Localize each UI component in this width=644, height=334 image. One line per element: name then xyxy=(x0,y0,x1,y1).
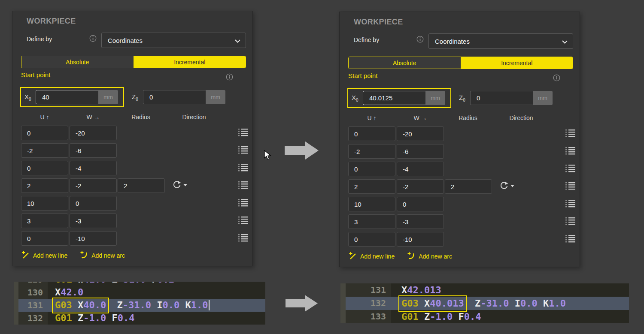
table-row xyxy=(21,126,247,140)
line-number: 131 xyxy=(346,283,391,297)
code-line[interactable]: 132G01 Z-1.0 F0.4 xyxy=(18,312,265,325)
editor-scrollbar[interactable] xyxy=(14,282,18,325)
row-menu-button[interactable] xyxy=(565,235,575,244)
code-line[interactable]: 130X42.0 xyxy=(18,286,265,299)
mode-incremental-button[interactable]: Incremental xyxy=(134,56,246,68)
coordinate-mode-toggle: Absolute Incremental xyxy=(348,57,573,69)
z0-input[interactable] xyxy=(143,90,206,104)
start-point-x-highlight-box: X0 mm xyxy=(347,88,451,108)
x0-label: X0 xyxy=(352,94,363,102)
w-input[interactable] xyxy=(70,143,117,158)
row-menu-button[interactable] xyxy=(238,181,248,190)
z0-label: Z0 xyxy=(459,94,470,102)
row-menu-button[interactable] xyxy=(565,199,575,209)
add-new-line-button[interactable]: Add new line xyxy=(348,251,395,261)
column-header-radius: Radius xyxy=(459,114,477,121)
line-number: 130 xyxy=(18,286,48,299)
u-input[interactable] xyxy=(348,179,395,194)
info-icon[interactable] xyxy=(553,74,560,81)
row-menu-button[interactable] xyxy=(565,164,575,174)
x0-unit-button[interactable]: mm xyxy=(98,90,118,104)
editor-scrollbar[interactable] xyxy=(340,283,346,323)
direction-button[interactable] xyxy=(498,181,516,192)
w-input[interactable] xyxy=(70,214,117,228)
w-input[interactable] xyxy=(70,231,117,246)
add-arc-icon xyxy=(79,250,88,260)
code-line[interactable]: 132G03 X40.013 Z-31.0 I0.0 K1.0 xyxy=(346,297,629,310)
row-menu-button[interactable] xyxy=(238,146,248,155)
direction-button[interactable] xyxy=(171,180,188,191)
w-input[interactable] xyxy=(397,162,444,176)
add-new-arc-button[interactable]: Add new arc xyxy=(407,251,452,261)
w-input[interactable] xyxy=(397,197,444,211)
code-text: G01 Z-1.0 F0.4 xyxy=(48,312,265,325)
u-input[interactable] xyxy=(21,231,68,246)
row-menu-button[interactable] xyxy=(238,128,248,138)
workpiece-panel-after: WORKPIECE Define by Coordinates Absolute… xyxy=(339,12,580,267)
info-icon[interactable] xyxy=(416,36,424,43)
code-line[interactable]: 131G03 X40.0 Z-31.0 I0.0 K1.0 xyxy=(18,299,265,312)
u-input[interactable] xyxy=(348,232,395,247)
u-input[interactable] xyxy=(21,161,68,175)
info-icon[interactable] xyxy=(226,73,233,81)
w-input[interactable] xyxy=(70,178,117,193)
add-new-line-button[interactable]: Add new line xyxy=(21,250,67,260)
add-line-icon xyxy=(21,250,30,260)
info-icon[interactable] xyxy=(89,35,97,42)
u-input[interactable] xyxy=(21,143,68,158)
row-menu-button[interactable] xyxy=(238,163,248,173)
gcode-editor-before[interactable]: 129G01 W41.0 Z-31.0 F0.2130X42.0131G03 X… xyxy=(14,282,265,325)
gcode-editor-after[interactable]: 131X42.013132G03 X40.013 Z-31.0 I0.0 K1.… xyxy=(340,283,629,323)
w-input[interactable] xyxy=(397,214,444,229)
table-row xyxy=(21,161,247,175)
w-input[interactable] xyxy=(397,144,444,159)
table-row xyxy=(348,232,574,247)
define-by-selected-value: Coordinates xyxy=(108,37,235,44)
x0-input[interactable] xyxy=(363,91,425,105)
z0-unit-button[interactable]: mm xyxy=(533,91,553,105)
u-input[interactable] xyxy=(348,162,395,176)
w-input[interactable] xyxy=(397,232,444,247)
mode-incremental-button[interactable]: Incremental xyxy=(461,57,573,69)
define-by-label: Define by xyxy=(27,36,52,42)
z0-input[interactable] xyxy=(470,91,533,105)
code-line[interactable]: 129G01 W41.0 Z-31.0 F0.2 xyxy=(18,282,265,286)
u-input[interactable] xyxy=(348,197,395,211)
u-input[interactable] xyxy=(21,178,68,193)
u-input[interactable] xyxy=(348,214,395,229)
w-input[interactable] xyxy=(397,179,444,194)
code-text: G01 Z-1.0 F0.4 xyxy=(391,310,629,323)
row-menu-button[interactable] xyxy=(565,217,575,226)
row-menu-button[interactable] xyxy=(238,199,248,208)
line-number: 132 xyxy=(346,297,391,310)
radius-input[interactable] xyxy=(118,178,165,193)
u-input[interactable] xyxy=(21,214,68,228)
u-input[interactable] xyxy=(348,126,395,141)
define-by-select[interactable]: Coordinates xyxy=(101,33,246,48)
panel-title: WORKPIECE xyxy=(27,17,76,26)
add-new-arc-button[interactable]: Add new arc xyxy=(79,250,125,260)
mode-absolute-button[interactable]: Absolute xyxy=(21,56,134,68)
row-menu-button[interactable] xyxy=(565,147,575,156)
u-input[interactable] xyxy=(21,126,68,140)
z0-unit-button[interactable]: mm xyxy=(206,90,225,104)
row-menu-button[interactable] xyxy=(238,216,248,226)
w-input[interactable] xyxy=(70,196,117,211)
row-menu-button[interactable] xyxy=(565,182,575,191)
code-line[interactable]: 131X42.013 xyxy=(346,283,629,297)
x0-input[interactable] xyxy=(36,90,98,104)
define-by-select[interactable]: Coordinates xyxy=(428,33,573,49)
row-menu-button[interactable] xyxy=(238,234,248,243)
x0-unit-button[interactable]: mm xyxy=(425,91,445,105)
radius-input[interactable] xyxy=(445,179,492,194)
code-line[interactable]: 133G01 Z-1.0 F0.4 xyxy=(346,310,629,323)
table-row xyxy=(348,214,574,229)
u-input[interactable] xyxy=(348,144,395,159)
mode-absolute-button[interactable]: Absolute xyxy=(349,57,461,69)
w-input[interactable] xyxy=(397,126,444,141)
row-menu-button[interactable] xyxy=(565,129,575,138)
define-by-selected-value: Coordinates xyxy=(435,38,562,45)
w-input[interactable] xyxy=(70,126,117,140)
u-input[interactable] xyxy=(21,196,68,211)
w-input[interactable] xyxy=(70,161,117,175)
